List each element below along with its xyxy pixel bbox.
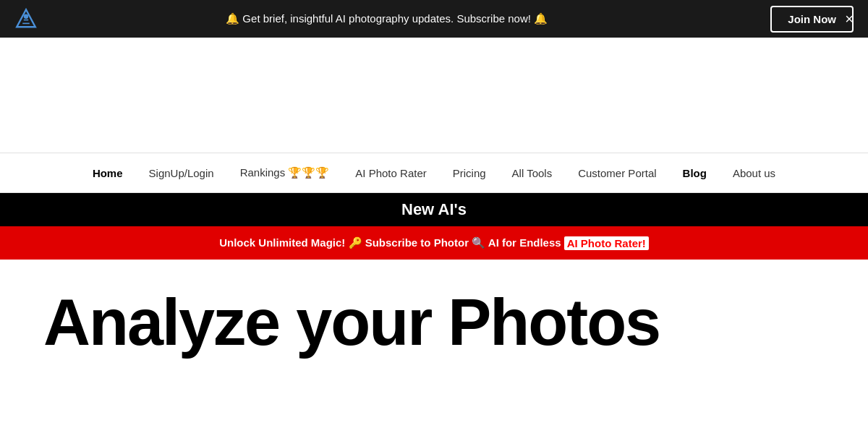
nav-item-rankings[interactable]: Rankings 🏆🏆🏆 [227,166,343,179]
nav-item-ai-photo-rater[interactable]: AI Photo Rater [342,167,439,179]
hero-section: Analyze your Photos [0,260,868,404]
announcement-text: 🔔 Get brief, insightful AI photography u… [14,12,759,25]
nav-item-all-tools[interactable]: All Tools [499,167,566,179]
svg-point-1 [24,14,28,19]
nav-item-blog[interactable]: Blog [670,167,720,179]
logo-icon [14,7,38,30]
new-ais-text: New AI's [401,200,467,219]
hero-title: Analyze your Photos [43,288,825,357]
nav-item-home[interactable]: Home [80,167,136,179]
promo-highlight: AI Photo Rater! [564,236,649,250]
promo-banner[interactable]: Unlock Unlimited Magic! 🔑 Subscribe to P… [0,226,868,260]
promo-text-before: Unlock Unlimited Magic! 🔑 Subscribe to P… [219,236,561,249]
nav-item-signup-login[interactable]: SignUp/Login [136,167,227,179]
ad-area [0,38,868,153]
close-announcement-button[interactable]: × [845,12,854,26]
nav-item-about-us[interactable]: About us [720,167,788,179]
nav-item-customer-portal[interactable]: Customer Portal [565,167,669,179]
nav-items: Home SignUp/Login Rankings 🏆🏆🏆 AI Photo … [80,166,788,179]
logo [14,7,38,30]
announcement-bar: 🔔 Get brief, insightful AI photography u… [0,0,868,38]
new-ais-banner: New AI's [0,193,868,226]
navbar: Home SignUp/Login Rankings 🏆🏆🏆 AI Photo … [0,153,868,193]
join-now-button[interactable]: Join Now [770,6,854,33]
nav-item-pricing[interactable]: Pricing [440,167,499,179]
